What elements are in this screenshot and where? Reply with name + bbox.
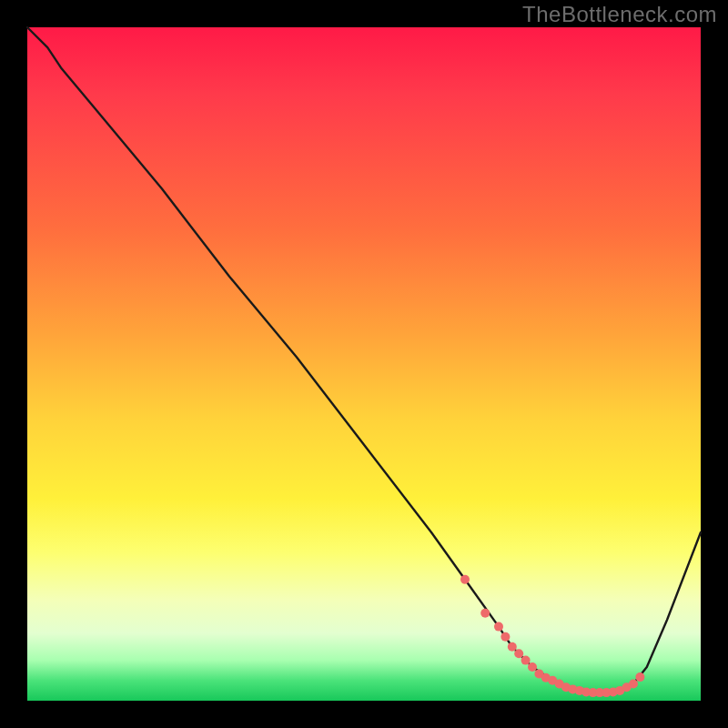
dot xyxy=(460,575,470,584)
curve-layer xyxy=(27,27,701,701)
plot-area xyxy=(27,27,701,701)
dot xyxy=(521,656,531,665)
dot xyxy=(508,642,517,652)
dot xyxy=(494,622,503,632)
dot xyxy=(480,609,490,618)
dot xyxy=(514,649,523,658)
watermark-text: TheBottleneck.com xyxy=(522,2,717,27)
optimal-region-dots xyxy=(460,575,644,697)
bottleneck-curve xyxy=(27,27,701,693)
dot xyxy=(528,662,537,672)
dot xyxy=(500,632,510,642)
chart-stage: TheBottleneck.com xyxy=(0,0,728,728)
dot xyxy=(629,680,638,689)
dot xyxy=(635,672,644,682)
